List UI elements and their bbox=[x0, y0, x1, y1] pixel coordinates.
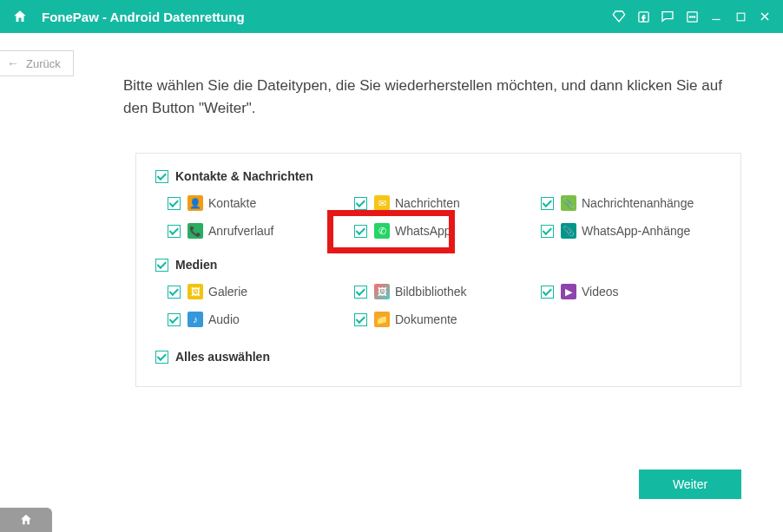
message-attachments-icon: 📎 bbox=[561, 195, 576, 211]
home-icon bbox=[12, 9, 28, 24]
checkbox-nachrichtenanhaenge[interactable] bbox=[541, 197, 554, 210]
checkbox-anrufverlauf[interactable] bbox=[168, 225, 181, 238]
item-audio-label: Audio bbox=[208, 312, 240, 326]
facebook-icon[interactable] bbox=[634, 7, 653, 26]
next-button[interactable]: Weiter bbox=[639, 470, 741, 499]
file-types-panel: Kontakte & Nachrichten 👤 Kontakte ✉ Nach… bbox=[135, 153, 741, 387]
svg-point-2 bbox=[689, 16, 690, 16]
audio-icon: ♪ bbox=[188, 312, 203, 327]
checkbox-audio[interactable] bbox=[168, 313, 181, 326]
section-contacts-messages[interactable]: Kontakte & Nachrichten bbox=[155, 169, 721, 183]
contacts-icon: 👤 bbox=[188, 195, 203, 211]
checkbox-kontakte[interactable] bbox=[168, 197, 181, 210]
messages-icon: ✉ bbox=[374, 195, 390, 211]
item-galerie[interactable]: 🖼 Galerie bbox=[168, 284, 354, 299]
menu-icon[interactable] bbox=[682, 7, 701, 26]
arrow-left-icon: ← bbox=[7, 56, 19, 70]
item-videos[interactable]: ▶ Videos bbox=[541, 284, 727, 299]
gallery-icon: 🖼 bbox=[188, 284, 203, 299]
item-nachrichten[interactable]: ✉ Nachrichten bbox=[354, 195, 541, 211]
media-grid: 🖼 Galerie 🖼 Bildbibliothek ▶ Videos ♪ Au… bbox=[168, 284, 721, 327]
diamond-icon[interactable] bbox=[609, 7, 628, 26]
svg-rect-6 bbox=[737, 13, 745, 21]
item-galerie-label: Galerie bbox=[208, 285, 247, 299]
item-nachrichtenanhaenge[interactable]: 📎 Nachrichtenanhänge bbox=[541, 195, 727, 211]
select-all-row[interactable]: Alles auswählen bbox=[155, 350, 721, 364]
checkbox-galerie[interactable] bbox=[168, 286, 181, 299]
checkbox-bildbibliothek[interactable] bbox=[354, 286, 367, 299]
section-media[interactable]: Medien bbox=[155, 258, 721, 272]
whatsapp-icon: ✆ bbox=[374, 223, 390, 239]
item-kontakte-label: Kontakte bbox=[208, 196, 256, 210]
app-title: FonePaw - Android Datenrettung bbox=[42, 10, 245, 24]
checkbox-whatsapp-anhaenge[interactable] bbox=[541, 225, 554, 238]
item-whatsapp-label: WhatsApp bbox=[395, 224, 451, 238]
checkbox-whatsapp[interactable] bbox=[354, 225, 367, 238]
item-dokumente-label: Dokumente bbox=[395, 312, 457, 326]
titlebar: FonePaw - Android Datenrettung bbox=[0, 0, 783, 33]
instruction-text: Bitte wählen Sie die Dateitypen, die Sie… bbox=[123, 75, 748, 119]
videos-icon: ▶ bbox=[561, 284, 576, 299]
whatsapp-attachments-icon: 📎 bbox=[561, 223, 576, 239]
svg-point-4 bbox=[694, 16, 694, 16]
item-kontakte[interactable]: 👤 Kontakte bbox=[168, 195, 354, 211]
select-all-label: Alles auswählen bbox=[175, 350, 270, 364]
checkbox-videos[interactable] bbox=[541, 286, 554, 299]
checkbox-nachrichten[interactable] bbox=[354, 197, 367, 210]
item-dokumente[interactable]: 📁 Dokumente bbox=[354, 312, 541, 327]
minimize-button[interactable] bbox=[707, 7, 726, 26]
item-videos-label: Videos bbox=[582, 285, 619, 299]
contacts-messages-grid: 👤 Kontakte ✉ Nachrichten 📎 Nachrichtenan… bbox=[168, 195, 721, 239]
item-whatsapp-anhaenge-label: WhatsApp-Anhänge bbox=[582, 224, 690, 238]
call-log-icon: 📞 bbox=[188, 223, 203, 239]
item-anrufverlauf[interactable]: 📞 Anrufverlauf bbox=[168, 223, 354, 239]
back-button-label: Zurück bbox=[26, 57, 61, 70]
next-button-label: Weiter bbox=[673, 477, 707, 491]
maximize-button[interactable] bbox=[731, 7, 750, 26]
back-button[interactable]: ← Zurück bbox=[0, 50, 74, 76]
section-contacts-messages-label: Kontakte & Nachrichten bbox=[175, 169, 313, 183]
item-bildbibliothek-label: Bildbibliothek bbox=[395, 285, 467, 299]
feedback-icon[interactable] bbox=[658, 7, 677, 26]
item-whatsapp[interactable]: ✆ WhatsApp bbox=[354, 223, 541, 239]
item-audio[interactable]: ♪ Audio bbox=[168, 312, 354, 327]
item-anrufverlauf-label: Anrufverlauf bbox=[208, 224, 273, 238]
checkbox-contacts-messages[interactable] bbox=[155, 170, 168, 183]
footer-home-tab[interactable] bbox=[0, 508, 52, 532]
checkbox-dokumente[interactable] bbox=[354, 313, 367, 326]
documents-icon: 📁 bbox=[374, 312, 390, 327]
item-bildbibliothek[interactable]: 🖼 Bildbibliothek bbox=[354, 284, 541, 299]
home-icon bbox=[19, 513, 33, 527]
section-media-label: Medien bbox=[175, 258, 217, 272]
checkbox-media[interactable] bbox=[155, 259, 168, 272]
item-whatsapp-anhaenge[interactable]: 📎 WhatsApp-Anhänge bbox=[541, 223, 727, 239]
item-nachrichtenanhaenge-label: Nachrichtenanhänge bbox=[582, 196, 694, 210]
checkbox-select-all[interactable] bbox=[155, 351, 168, 364]
image-library-icon: 🖼 bbox=[374, 284, 390, 299]
home-button[interactable] bbox=[10, 7, 30, 26]
item-nachrichten-label: Nachrichten bbox=[395, 196, 460, 210]
svg-point-3 bbox=[691, 16, 692, 16]
close-button[interactable] bbox=[755, 7, 774, 26]
